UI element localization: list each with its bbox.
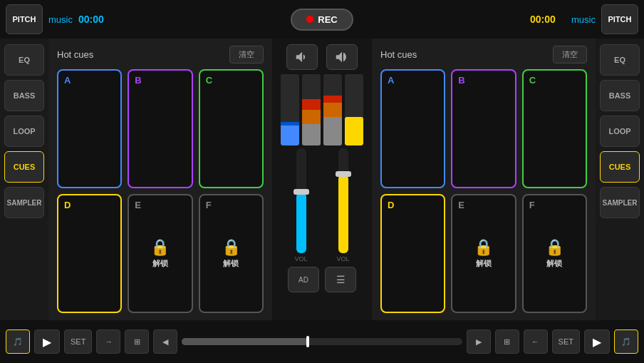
right-clear-button[interactable]: 清空 — [553, 46, 587, 63]
left-rewind-button[interactable]: ◀ — [153, 329, 177, 354]
left-eq-button[interactable]: EQ — [4, 44, 44, 76]
left-arrow-right-button[interactable]: → — [96, 329, 120, 354]
left-clear-button[interactable]: 清空 — [229, 46, 264, 63]
main-area: EQ BASS LOOP CUES SAMPLER Hot cues 清空 A … — [0, 39, 644, 320]
top-right: 00:00 music PITCH — [496, 4, 638, 34]
left-pad-d[interactable]: D — [57, 194, 122, 313]
right-hot-cues-label: Hot cues — [380, 49, 417, 60]
progress-bar[interactable] — [182, 338, 462, 345]
left-hot-cues-header: Hot cues 清空 — [57, 46, 264, 63]
left-sampler-button[interactable]: SAMPLER — [4, 187, 44, 218]
right-arrow-left-button[interactable]: ← — [524, 329, 548, 354]
fader-left-track[interactable] — [296, 148, 306, 253]
right-pad-e-letter: E — [458, 200, 464, 210]
left-bass-button[interactable]: BASS — [4, 80, 44, 111]
right-music-button[interactable]: 🎵 — [614, 329, 638, 354]
right-hot-cues-header: Hot cues 清空 — [380, 46, 587, 63]
rec-label: REC — [318, 14, 337, 25]
fader-left: VOL — [282, 148, 320, 262]
meter-left-fill — [281, 124, 299, 145]
fader-right-label: VOL — [336, 255, 349, 262]
right-cue-pads: A B C D E 🔒 解锁 F 🔒 解锁 — [380, 69, 587, 313]
fader-left-fill — [296, 193, 306, 253]
left-play-button[interactable]: ▶ — [34, 329, 60, 354]
rec-button[interactable]: REC — [291, 9, 353, 31]
level-meter-left — [281, 74, 299, 145]
fader-right-handle — [336, 171, 351, 177]
faders-area: VOL VOL — [275, 148, 369, 262]
meter-center2-orange — [323, 103, 342, 117]
right-track-name: music — [571, 14, 596, 25]
lock-icon-e-right: 🔒 — [474, 238, 493, 257]
right-pad-f[interactable]: F 🔒 解锁 — [522, 194, 587, 313]
center-mixer: VOL VOL AD ☰ — [272, 39, 372, 320]
progress-thumb — [306, 336, 309, 347]
left-grid-button[interactable]: ⊞ — [125, 329, 149, 354]
left-time: 00:00 — [78, 14, 114, 25]
right-bass-button[interactable]: BASS — [600, 80, 640, 111]
speaker-right-btn[interactable] — [326, 44, 358, 70]
right-pad-d[interactable]: D — [380, 194, 445, 313]
right-eq-button[interactable]: EQ — [600, 44, 640, 76]
fader-left-handle — [294, 189, 309, 195]
left-loop-button[interactable]: LOOP — [4, 116, 44, 147]
meter-center-gray — [302, 124, 321, 145]
right-pad-a[interactable]: A — [380, 69, 445, 188]
right-set-button[interactable]: SET — [552, 329, 580, 354]
speaker-right-icon — [334, 49, 350, 65]
left-track-name: music — [48, 14, 73, 25]
left-music-icon: 🎵 — [13, 337, 23, 347]
lock-icon-f-left: 🔒 — [222, 238, 241, 257]
right-sampler-button[interactable]: SAMPLER — [600, 187, 640, 218]
progress-fill — [182, 338, 308, 345]
fader-right-fill — [338, 175, 348, 253]
right-forward-button[interactable]: ▶ — [467, 329, 491, 354]
lock-icon-e-left: 🔒 — [150, 238, 170, 257]
level-meters — [275, 74, 369, 145]
ad-button[interactable]: AD — [288, 267, 319, 292]
pitch-button-right[interactable]: PITCH — [601, 4, 638, 34]
left-pad-f[interactable]: F 🔒 解锁 — [199, 194, 264, 313]
left-set-button[interactable]: SET — [64, 329, 92, 354]
menu-icon: ☰ — [336, 274, 346, 285]
center-bottom-buttons: AD ☰ — [288, 267, 356, 292]
left-pad-b[interactable]: B — [128, 69, 192, 188]
fader-right-track[interactable] — [338, 148, 348, 253]
left-cue-pads: A B C D E 🔒 解锁 F 🔒 解锁 — [57, 69, 264, 313]
unlock-text-e-right: 解锁 — [476, 258, 492, 269]
top-center: REC — [291, 9, 353, 31]
right-pad-b[interactable]: B — [451, 69, 516, 188]
left-cues-button[interactable]: CUES — [4, 151, 44, 183]
right-deck: Hot cues 清空 A B C D E 🔒 解锁 F 🔒 解锁 — [372, 39, 596, 320]
pitch-button-left[interactable]: PITCH — [6, 4, 43, 34]
right-side-controls: EQ BASS LOOP CUES SAMPLER — [596, 39, 644, 320]
meter-center-red — [302, 99, 321, 110]
left-pad-a[interactable]: A — [57, 69, 122, 188]
right-loop-button[interactable]: LOOP — [600, 116, 640, 147]
right-music-icon: 🎵 — [621, 337, 631, 347]
right-pad-e[interactable]: E 🔒 解锁 — [451, 194, 516, 313]
unlock-text-e-left: 解锁 — [152, 258, 168, 269]
left-hot-cues-label: Hot cues — [57, 49, 93, 60]
speaker-row — [286, 44, 358, 70]
meter-center2-red — [323, 96, 342, 103]
unlock-text-f-left: 解锁 — [223, 258, 239, 269]
right-time: 00:00 — [530, 14, 566, 25]
right-pad-c[interactable]: C — [522, 69, 587, 188]
left-pad-c[interactable]: C — [199, 69, 264, 188]
right-play-button[interactable]: ▶ — [584, 329, 610, 354]
left-deck: Hot cues 清空 A B C D E 🔒 解锁 F 🔒 解锁 — [48, 39, 272, 320]
left-pad-e[interactable]: E 🔒 解锁 — [128, 194, 192, 313]
menu-button[interactable]: ☰ — [325, 267, 356, 292]
speaker-left-btn[interactable] — [286, 44, 318, 70]
right-grid-button[interactable]: ⊞ — [495, 329, 519, 354]
meter-left-peak — [281, 122, 299, 126]
unlock-text-f-right: 解锁 — [546, 258, 562, 269]
left-side-controls: EQ BASS LOOP CUES SAMPLER — [0, 39, 48, 320]
right-pad-f-letter: F — [529, 200, 535, 210]
speaker-left-icon — [294, 49, 310, 65]
left-music-button[interactable]: 🎵 — [6, 329, 30, 354]
right-cues-button[interactable]: CUES — [600, 151, 640, 183]
level-meter-center — [302, 74, 321, 145]
level-meter-center2 — [323, 74, 342, 145]
